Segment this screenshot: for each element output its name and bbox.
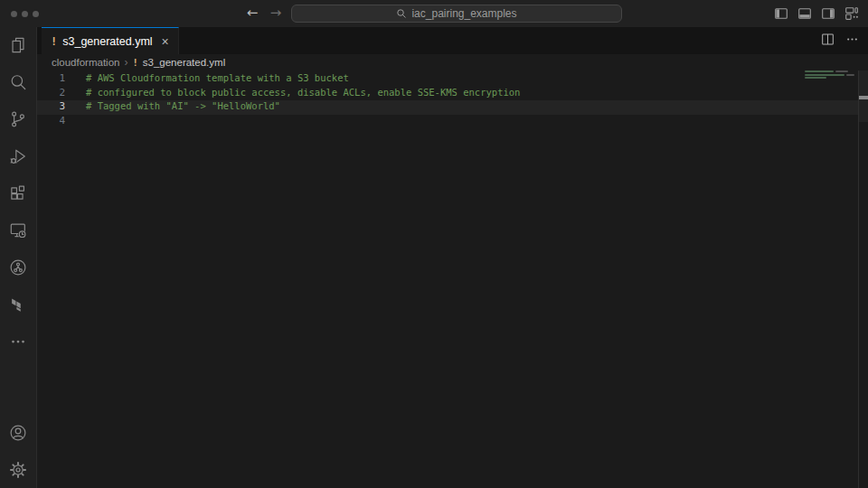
files-icon bbox=[8, 35, 28, 55]
tab-actions bbox=[821, 27, 859, 54]
code-line[interactable]: 1 # AWS Cloudformation template with a S… bbox=[37, 71, 868, 86]
window-control-dot[interactable] bbox=[22, 11, 28, 17]
cursor-position-marker bbox=[859, 96, 868, 99]
chevron-right-icon: › bbox=[124, 56, 127, 69]
toggle-panel-icon[interactable] bbox=[797, 6, 812, 21]
accounts-button[interactable] bbox=[7, 422, 29, 444]
yaml-file-icon: ! bbox=[51, 35, 57, 48]
minimap[interactable] bbox=[805, 70, 857, 125]
code-text: # AWS Cloudformation template with a S3 … bbox=[86, 71, 349, 86]
tab-s3-generated-yml[interactable]: ! s3_generated.yml × bbox=[42, 27, 179, 54]
terraform-icon bbox=[8, 295, 28, 314]
overview-ruler-scrollbar[interactable] bbox=[858, 70, 868, 488]
code-line[interactable]: 2 # configured to block public access, d… bbox=[37, 86, 868, 100]
split-editor-icon[interactable] bbox=[821, 33, 835, 50]
yaml-file-icon: ! bbox=[132, 57, 137, 68]
editor-more-actions-icon[interactable] bbox=[845, 33, 859, 50]
terraform-button[interactable] bbox=[7, 294, 29, 315]
code-editor[interactable]: 1 # AWS Cloudformation template with a S… bbox=[37, 70, 868, 488]
git-branch-icon bbox=[8, 109, 28, 129]
tab-label: s3_generated.yml bbox=[62, 35, 152, 48]
window-control-dot[interactable] bbox=[11, 11, 17, 17]
line-number: 3 bbox=[37, 99, 65, 114]
git-graph-icon bbox=[8, 258, 28, 277]
tab-bar: ! s3_generated.yml × bbox=[37, 27, 868, 54]
run-and-debug-button[interactable] bbox=[7, 145, 29, 167]
search-icon bbox=[396, 8, 407, 19]
command-center[interactable]: iac_pairing_examples bbox=[291, 5, 622, 23]
breadcrumb-file[interactable]: s3_generated.yml bbox=[143, 57, 225, 68]
window-control-dot[interactable] bbox=[33, 11, 39, 17]
activity-bar-top bbox=[7, 34, 29, 352]
activity-bar bbox=[0, 27, 37, 488]
code-line[interactable]: 4 bbox=[37, 114, 868, 128]
toggle-primary-sidebar-icon[interactable] bbox=[774, 6, 788, 21]
breadcrumb: cloudformation › ! s3_generated.yml bbox=[37, 54, 868, 70]
gear-icon bbox=[8, 460, 28, 480]
extensions-button[interactable] bbox=[7, 183, 29, 204]
line-number: 1 bbox=[37, 71, 65, 86]
search-icon bbox=[8, 72, 28, 92]
tab-close-icon[interactable]: × bbox=[162, 35, 169, 48]
more-views-button[interactable] bbox=[7, 331, 29, 352]
remote-explorer-icon bbox=[8, 221, 28, 240]
customize-layout-icon[interactable] bbox=[844, 6, 859, 21]
breadcrumb-folder[interactable]: cloudformation bbox=[52, 57, 119, 68]
code-line-active[interactable]: 3 # Tagged with "AI" -> "HelloWorld" bbox=[37, 99, 868, 114]
activity-bar-bottom bbox=[7, 422, 29, 481]
source-control-button[interactable] bbox=[7, 108, 29, 130]
vscode-window: ← → iac_pairing_examples bbox=[0, 0, 868, 488]
code-rows: 1 # AWS Cloudformation template with a S… bbox=[37, 70, 868, 127]
code-text: # configured to block public access, dis… bbox=[86, 86, 520, 100]
toggle-secondary-sidebar-icon[interactable] bbox=[821, 6, 835, 21]
window-controls bbox=[11, 11, 39, 17]
account-icon bbox=[8, 423, 28, 443]
extensions-icon bbox=[8, 183, 28, 203]
ellipsis-icon bbox=[8, 332, 28, 352]
line-number: 2 bbox=[37, 86, 65, 100]
git-graph-button[interactable] bbox=[7, 257, 29, 278]
titlebar: ← → iac_pairing_examples bbox=[0, 0, 868, 27]
code-text: # Tagged with "AI" -> "HelloWorld" bbox=[86, 99, 280, 114]
explorer-button[interactable] bbox=[7, 34, 29, 56]
nav-back-icon[interactable]: ← bbox=[242, 0, 262, 27]
debug-play-icon bbox=[8, 146, 28, 166]
search-button[interactable] bbox=[7, 71, 29, 93]
layout-controls bbox=[774, 6, 859, 21]
line-number: 4 bbox=[37, 114, 65, 128]
nav-forward-icon[interactable]: → bbox=[266, 0, 286, 27]
remote-explorer-button[interactable] bbox=[7, 220, 29, 241]
command-center-text: iac_pairing_examples bbox=[411, 7, 516, 20]
settings-button[interactable] bbox=[7, 459, 29, 481]
